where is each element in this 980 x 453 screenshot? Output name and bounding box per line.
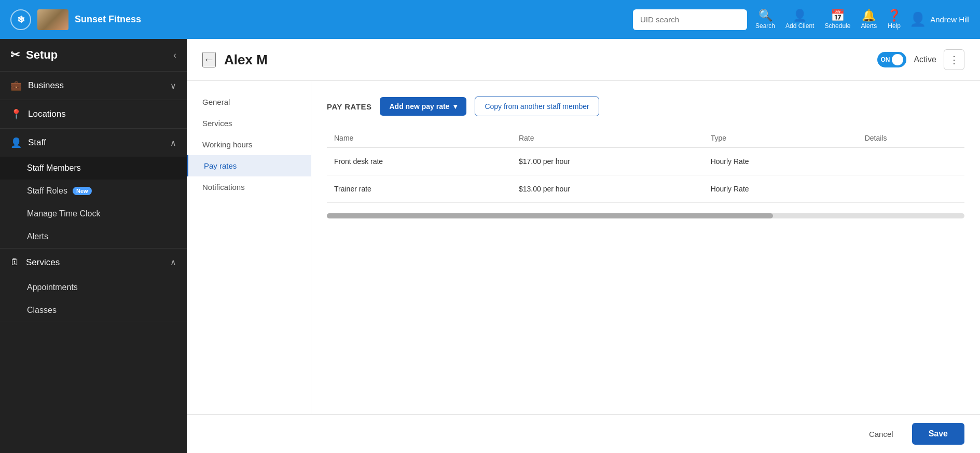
- classes-label: Classes: [27, 306, 57, 314]
- pay-rates-header: PAY RATES Add new pay rate ▾ Copy from a…: [327, 97, 964, 116]
- sidebar-section-locations: 📍 Locations: [0, 100, 187, 129]
- staff-roles-label: Staff Roles: [27, 186, 67, 196]
- copy-from-staff-button[interactable]: Copy from another staff member: [475, 97, 599, 116]
- business-section-header[interactable]: 💼 Business ∨: [0, 72, 187, 100]
- sidebar-title-container: ✂ Setup: [10, 48, 58, 62]
- table-body: Front desk rate $17.00 per hour Hourly R…: [327, 148, 964, 203]
- new-badge: New: [73, 187, 92, 195]
- add-client-nav-item[interactable]: 👤 Add Client: [785, 10, 814, 30]
- sidebar-section-services: 🗓 Services ∧ Appointments Classes: [0, 249, 187, 322]
- row2-type[interactable]: Hourly Rate: [703, 175, 858, 203]
- nav-actions: 🔍 Search 👤 Add Client 📅 Schedule 🔔 Alert…: [755, 10, 901, 30]
- sidebar-collapse-btn[interactable]: ‹: [173, 50, 176, 61]
- sidebar-item-appointments[interactable]: Appointments: [0, 276, 187, 299]
- row1-rate: $17.00 per hour: [512, 148, 703, 175]
- active-toggle[interactable]: ON: [877, 52, 906, 67]
- cancel-button[interactable]: Cancel: [859, 424, 904, 444]
- alerts-sidebar-label: Alerts: [27, 232, 48, 241]
- sidebar-item-classes[interactable]: Classes: [0, 299, 187, 322]
- app-name: Sunset Fitness: [75, 14, 141, 25]
- user-menu[interactable]: 👤 Andrew Hill: [909, 11, 970, 28]
- alerts-nav-item[interactable]: 🔔 Alerts: [861, 10, 877, 30]
- sidebar-section-business: 💼 Business ∨: [0, 72, 187, 100]
- help-icon: ❓: [887, 10, 901, 21]
- row2-rate: $13.00 per hour: [512, 175, 703, 203]
- row1-name: Front desk rate: [327, 148, 512, 175]
- copy-staff-label: Copy from another staff member: [485, 102, 589, 111]
- sidebar-title-text: Setup: [26, 48, 58, 62]
- row2-details: [858, 175, 964, 203]
- working-hours-label: Working hours: [202, 140, 252, 149]
- subnav-pay-rates[interactable]: Pay rates: [187, 155, 311, 176]
- notifications-label: Notifications: [202, 183, 245, 191]
- sidebar-section-staff: 👤 Staff ∧ Staff Members Staff Roles New …: [0, 129, 187, 249]
- user-avatar-icon: 👤: [909, 11, 926, 28]
- dropdown-chevron-icon: ▾: [453, 102, 457, 111]
- staff-section-header[interactable]: 👤 Staff ∧: [0, 129, 187, 157]
- subnav-notifications[interactable]: Notifications: [187, 176, 311, 198]
- general-label: General: [202, 98, 230, 106]
- business-chevron-icon: ∨: [170, 81, 176, 91]
- manage-time-clock-label: Manage Time Clock: [27, 209, 100, 218]
- business-icon: 💼: [10, 80, 22, 91]
- staff-members-label: Staff Members: [27, 163, 81, 172]
- subnav-working-hours[interactable]: Working hours: [187, 134, 311, 155]
- schedule-nav-item[interactable]: 📅 Schedule: [824, 10, 850, 30]
- user-name: Andrew Hill: [930, 15, 970, 24]
- search-label: Search: [755, 22, 775, 30]
- active-status-label: Active: [914, 55, 936, 64]
- add-client-label: Add Client: [785, 22, 814, 30]
- alerts-label: Alerts: [861, 22, 877, 30]
- bottom-action-bar: Cancel Save: [187, 414, 980, 453]
- toggle-circle: [892, 54, 903, 65]
- table-header: Name Rate Type Details: [327, 129, 964, 148]
- add-pay-rate-label: Add new pay rate: [389, 102, 449, 111]
- help-nav-item[interactable]: ❓ Help: [887, 10, 901, 30]
- staff-label: Staff: [28, 138, 46, 148]
- search-icon: 🔍: [758, 10, 772, 21]
- sidebar-item-manage-time-clock[interactable]: Manage Time Clock: [0, 202, 187, 225]
- content-area: ← Alex M ON Active ⋮ General Services: [187, 39, 980, 453]
- services-section-header[interactable]: 🗓 Services ∧: [0, 249, 187, 276]
- sidebar-item-staff-roles[interactable]: Staff Roles New: [0, 180, 187, 202]
- services-label: Services: [26, 257, 60, 268]
- main-layout: ✂ Setup ‹ 💼 Business ∨ 📍 Locations: [0, 39, 980, 453]
- save-button[interactable]: Save: [912, 423, 964, 445]
- logo-icon: ❄: [10, 9, 31, 30]
- sidebar-item-alerts[interactable]: Alerts: [0, 225, 187, 248]
- uid-search-input[interactable]: [633, 9, 747, 30]
- add-pay-rate-button[interactable]: Add new pay rate ▾: [380, 97, 466, 116]
- row1-details: [858, 148, 964, 175]
- schedule-label: Schedule: [824, 22, 850, 30]
- more-options-button[interactable]: ⋮: [944, 49, 964, 70]
- sidebar-item-staff-members[interactable]: Staff Members: [0, 157, 187, 180]
- search-nav-item[interactable]: 🔍 Search: [755, 10, 775, 30]
- alerts-icon: 🔔: [862, 10, 876, 21]
- col-details: Details: [858, 129, 964, 148]
- pay-rates-label: Pay rates: [204, 161, 237, 170]
- horizontal-scrollbar[interactable]: [327, 213, 964, 218]
- save-label: Save: [929, 429, 948, 438]
- table-row: Trainer rate $13.00 per hour Hourly Rate: [327, 175, 964, 203]
- row1-type[interactable]: Hourly Rate: [703, 148, 858, 175]
- business-label: Business: [28, 80, 64, 91]
- content-header: ← Alex M ON Active ⋮: [187, 39, 980, 81]
- subnav-general[interactable]: General: [187, 91, 311, 113]
- sidebar-header: ✂ Setup ‹: [0, 39, 187, 72]
- row2-name: Trainer rate: [327, 175, 512, 203]
- toggle-on-label: ON: [880, 56, 890, 63]
- inner-layout: General Services Working hours Pay rates…: [187, 81, 980, 414]
- subnav-services[interactable]: Services: [187, 113, 311, 134]
- setup-icon: ✂: [10, 48, 20, 62]
- app-logo[interactable]: ❄ Sunset Fitness: [10, 9, 141, 30]
- page-title: Alex M: [224, 52, 268, 68]
- pay-rates-table: Name Rate Type Details Front desk rate $…: [327, 129, 964, 203]
- back-button[interactable]: ←: [202, 52, 216, 67]
- locations-section-header[interactable]: 📍 Locations: [0, 100, 187, 128]
- cancel-label: Cancel: [869, 430, 893, 438]
- scrollbar-thumb: [327, 213, 773, 218]
- staff-icon: 👤: [10, 137, 22, 148]
- table-row: Front desk rate $17.00 per hour Hourly R…: [327, 148, 964, 175]
- services-subnav-label: Services: [202, 119, 232, 128]
- top-nav: ❄ Sunset Fitness 🔍 Search 👤 Add Client 📅…: [0, 0, 980, 39]
